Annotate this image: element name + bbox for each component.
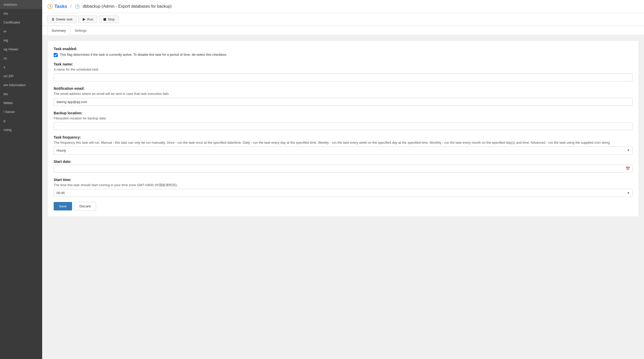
sidebar-item-p[interactable]: p — [0, 116, 42, 125]
sidebar-item-files[interactable]: les — [0, 89, 42, 98]
task-enabled-description: This flag determines if the task is curr… — [60, 52, 227, 57]
sidebar-item-ing[interactable]: ing — [0, 36, 42, 45]
sidebar-item-ms[interactable]: ms — [0, 9, 42, 18]
toolbar: 🗑 Delete task Run Stop — [42, 13, 644, 26]
page-title: dbbackup (Admin - Export databases for b… — [83, 4, 172, 9]
tab-summary[interactable]: Summary — [47, 26, 70, 35]
task-name-group: Task name: A name for the scheduled task… — [54, 62, 632, 81]
task-frequency-select[interactable]: Manual Once Hourly Daily Weekly Monthly … — [54, 147, 632, 154]
delete-task-button[interactable]: 🗑 Delete task — [47, 16, 76, 23]
action-buttons: Save Discard — [54, 202, 632, 210]
stop-icon — [103, 18, 107, 21]
page-header: Tasks / 🕐 dbbackup (Admin - Export datab… — [42, 0, 644, 13]
sidebar-item-mail-server[interactable]: l Server — [0, 107, 42, 116]
tab-settings[interactable]: Settings — [70, 26, 91, 35]
play-icon — [82, 18, 86, 21]
task-name-input[interactable]: dbbackup — [54, 73, 632, 81]
sidebar-item-licensing[interactable]: nsing — [0, 125, 42, 134]
sidebar-item-s[interactable]: s — [0, 63, 42, 72]
task-enabled-row: This flag determines if the task is curr… — [54, 52, 632, 57]
breadcrumb-separator: / — [70, 4, 72, 9]
tabs: Summary Settings — [42, 26, 644, 35]
task-frequency-select-wrapper: Manual Once Hourly Daily Weekly Monthly … — [54, 147, 632, 154]
task-name-description: A name for the scheduled task — [54, 67, 632, 72]
save-button[interactable]: Save — [54, 202, 72, 210]
backup-location-description: Filesystem location for backup data — [54, 116, 632, 121]
breadcrumb-clock-icon: 🕐 — [75, 4, 80, 9]
tasks-clock-icon — [47, 4, 53, 9]
task-enabled-label: Task enabled: — [54, 47, 632, 51]
sidebar-item-er[interactable]: er — [0, 27, 42, 36]
task-frequency-group: Task frequency: The frequency this task … — [54, 135, 632, 154]
notification-email-input[interactable]: dalong app@qq.com — [54, 98, 632, 106]
main-content: Tasks / 🕐 dbbackup (Admin - Export datab… — [42, 0, 644, 359]
start-time-label: Start time: — [54, 178, 632, 182]
notification-email-group: Notification email: The email address wh… — [54, 86, 632, 106]
notification-email-label: Notification email: — [54, 86, 632, 91]
start-date-label: Start date: — [54, 160, 632, 164]
backup-location-group: Backup location: Filesystem location for… — [54, 111, 632, 130]
trash-icon: 🗑 — [51, 18, 55, 21]
settings-form: Task enabled: This flag determines if th… — [47, 40, 639, 217]
sidebar-item-anonymous[interactable]: onymous — [0, 0, 42, 9]
sidebar-item-capabilities[interactable]: bilities — [0, 98, 42, 107]
sidebar-item-certificates[interactable]: Certificates — [0, 18, 42, 27]
sidebar-item-export-zip[interactable]: ort ZIP — [0, 72, 42, 81]
run-button[interactable]: Run — [78, 16, 97, 23]
sidebar: onymous ms Certificates er ing og Viewer… — [0, 0, 42, 359]
start-date-group: Start date: 04/28/2019 📅 — [54, 160, 632, 173]
task-enabled-checkbox[interactable] — [54, 53, 58, 57]
sidebar-item-system-information[interactable]: em Information — [0, 81, 42, 89]
sidebar-item-log-viewer[interactable]: og Viewer — [0, 45, 42, 54]
start-time-select[interactable]: 00:00 00:15 00:30 00:45 01:00 01:15 01:3… — [54, 189, 632, 197]
task-name-label: Task name: — [54, 62, 632, 66]
discard-button[interactable]: Discard — [74, 202, 96, 210]
task-frequency-label: Task frequency: — [54, 135, 632, 139]
start-time-select-wrapper: 00:00 00:15 00:30 00:45 01:00 01:15 01:3… — [54, 189, 632, 197]
task-enabled-group: Task enabled: This flag determines if th… — [54, 47, 632, 57]
tasks-link[interactable]: Tasks — [47, 4, 67, 9]
notification-email-description: The email address where an email will be… — [54, 92, 632, 96]
start-time-group: Start time: The time this task should st… — [54, 178, 632, 197]
start-time-description: The time this task should start running … — [54, 183, 632, 187]
stop-button[interactable]: Stop — [99, 16, 119, 23]
start-date-input[interactable]: 04/28/2019 — [54, 165, 632, 173]
backup-location-input[interactable]: /backup — [54, 122, 632, 130]
start-date-wrapper: 04/28/2019 📅 — [54, 165, 632, 173]
backup-location-label: Backup location: — [54, 111, 632, 115]
task-frequency-description: The frequency this task will run. Manual… — [54, 140, 632, 145]
sidebar-item-cs[interactable]: cs — [0, 54, 42, 63]
